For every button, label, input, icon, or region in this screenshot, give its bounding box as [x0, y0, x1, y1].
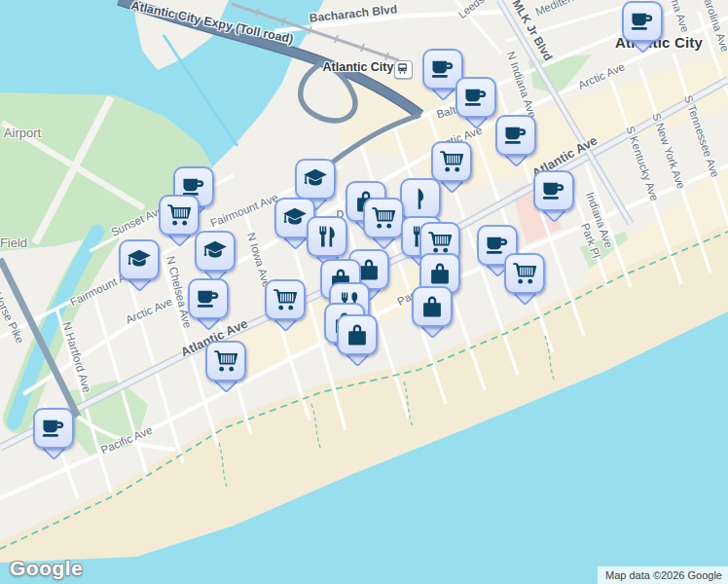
graduation-marker[interactable] [295, 159, 336, 200]
cart-icon [166, 202, 192, 228]
coffee-icon [430, 56, 455, 82]
coffee-icon [463, 85, 489, 110]
graduation-marker[interactable] [119, 239, 160, 280]
coffee-icon [541, 178, 566, 203]
forkknife-marker[interactable] [307, 216, 347, 257]
map-attribution: Map data ©2026 Google [598, 566, 728, 584]
graduation-marker[interactable] [195, 231, 236, 272]
forkknife-icon [314, 224, 340, 249]
bag-icon [419, 294, 445, 319]
coffee-icon [196, 286, 221, 311]
map-canvas[interactable]: Atlantic City Expy (Toll road)Bacharach … [0, 0, 728, 584]
knife-icon [408, 186, 433, 211]
cart-icon [371, 205, 396, 231]
cart-icon [512, 261, 537, 286]
coffee-icon [485, 233, 510, 258]
bag-marker[interactable] [337, 314, 378, 355]
cart-icon [439, 149, 464, 174]
cart-marker[interactable] [504, 253, 545, 294]
coffee-marker[interactable] [533, 170, 574, 211]
cart-marker[interactable] [431, 141, 472, 182]
coffee-marker[interactable] [33, 408, 74, 449]
bag-marker[interactable] [412, 286, 453, 327]
cart-marker[interactable] [265, 279, 306, 320]
cart-marker[interactable] [363, 198, 404, 238]
graduation-icon [202, 238, 228, 264]
knife-marker[interactable] [400, 178, 441, 219]
coffee-marker[interactable] [455, 77, 496, 118]
cart-marker[interactable] [159, 195, 200, 236]
marker-layer [0, 0, 728, 584]
coffee-icon [503, 123, 528, 148]
coffee-icon [41, 416, 66, 441]
graduation-icon [303, 166, 328, 192]
coffee-marker[interactable] [188, 278, 229, 319]
cart-icon [213, 348, 238, 374]
coffee-marker[interactable] [495, 115, 536, 156]
google-logo[interactable]: Google [10, 557, 83, 580]
bag-icon [345, 322, 370, 347]
coffee-icon [630, 9, 655, 34]
bag-icon [427, 261, 453, 286]
graduation-icon [282, 205, 308, 231]
cart-icon [273, 287, 298, 312]
cart-icon [427, 230, 453, 255]
coffee-marker[interactable] [622, 1, 663, 42]
graduation-icon [127, 247, 152, 273]
cart-marker[interactable] [205, 341, 246, 382]
